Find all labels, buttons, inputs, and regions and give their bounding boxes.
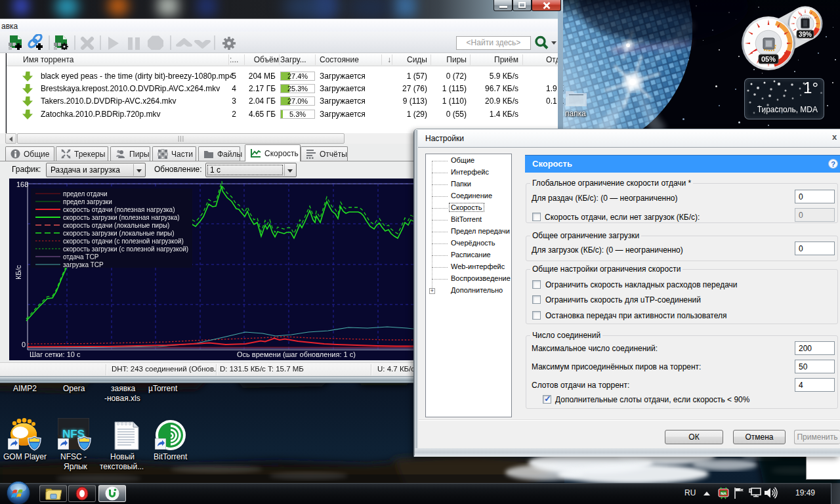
svg-text:0: 0 bbox=[22, 341, 26, 348]
svg-text:Ось времени (шаг обновления: 1: Ось времени (шаг обновления: 1 с) bbox=[237, 350, 356, 358]
svg-text:скорость загрузки (локальные п: скорость загрузки (локальные пиры) bbox=[63, 230, 174, 237]
svg-text:скорость загрузки (с полезной: скорость загрузки (с полезной нагрузкой) bbox=[63, 245, 188, 253]
svg-text:скорость отдачи (локальные пир: скорость отдачи (локальные пиры) bbox=[63, 222, 169, 229]
svg-text:загрузка TCP: загрузка TCP bbox=[63, 261, 104, 268]
svg-text:предел отдачи: предел отдачи bbox=[63, 190, 108, 198]
svg-text:скорость загрузки (полезная на: скорость загрузки (полезная нагрузка) bbox=[63, 214, 180, 221]
svg-text:скорость отдачи (полезная нагр: скорость отдачи (полезная нагрузка) bbox=[63, 206, 175, 213]
svg-text:КБ/с: КБ/с bbox=[14, 264, 22, 280]
svg-text:предел загрузки: предел загрузки bbox=[63, 198, 112, 205]
svg-text:отдача TCP: отдача TCP bbox=[63, 253, 99, 261]
svg-text:Шаг сетки: 10 с: Шаг сетки: 10 с bbox=[30, 350, 81, 358]
svg-text:NA: NA bbox=[721, 492, 726, 495]
svg-text:05%: 05% bbox=[761, 55, 776, 63]
svg-text:скорость отдачи (с полезной на: скорость отдачи (с полезной нагрузкой) bbox=[63, 238, 184, 245]
svg-text:168: 168 bbox=[16, 180, 28, 188]
svg-text:39%: 39% bbox=[799, 31, 812, 38]
